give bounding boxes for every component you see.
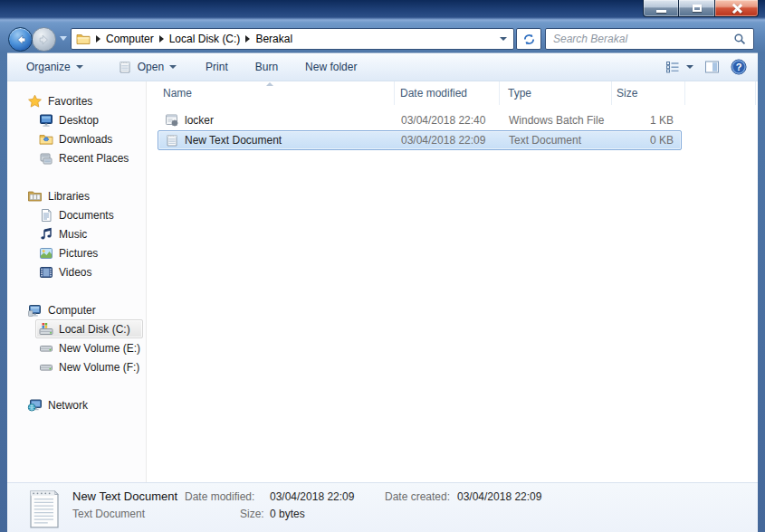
breadcrumb-item-computer[interactable]: Computer [106,33,154,45]
command-toolbar: Organize Open Print Burn New folder [7,52,758,81]
details-date-modified-value: 03/04/2018 22:09 [270,490,354,503]
address-dropdown-button[interactable] [493,37,513,41]
libraries-icon [27,189,43,204]
music-icon [38,227,53,242]
file-rows: locker 03/04/2018 22:40 Windows Batch Fi… [147,110,758,150]
sidebar-item-downloads[interactable]: Downloads [7,129,146,148]
details-size-value: 0 bytes [270,508,305,520]
file-type: Text Document [509,131,581,150]
sidebar-item-network[interactable]: Network [7,395,146,414]
refresh-icon [522,33,536,46]
preview-pane-icon [704,60,720,74]
pictures-icon [38,246,53,261]
change-view-button[interactable] [665,60,693,74]
preview-pane-button[interactable] [704,60,720,74]
sidebar-item-computer[interactable]: Computer [7,300,146,319]
chevron-down-icon [500,37,507,41]
minimize-icon [656,10,666,13]
sidebar-item-label: Videos [59,266,91,279]
close-button[interactable] [715,0,759,17]
chevron-down-icon [169,65,177,69]
desktop-icon [38,113,53,128]
search-input[interactable] [546,30,733,48]
table-row-locker[interactable]: locker 03/04/2018 22:40 Windows Batch Fi… [158,110,682,130]
sidebar-item-desktop[interactable]: Desktop [7,110,146,129]
computer-icon [27,303,43,318]
text-document-large-icon [27,488,62,531]
sidebar-item-recent-places[interactable]: Recent Places [7,148,146,167]
sidebar-item-label: New Volume (F:) [59,361,139,374]
column-header-type[interactable]: Type [500,81,612,105]
breadcrumb-item-local-disk-c[interactable]: Local Disk (C:) [169,33,241,45]
search-box [545,28,754,50]
chevron-down-icon [76,65,83,69]
column-header-blank [685,81,756,105]
details-pane: New Text Document Text Document Date mod… [7,482,758,532]
sidebar-item-libraries[interactable]: Libraries [7,186,146,205]
open-label: Open [138,61,164,73]
sidebar-item-music[interactable]: Music [7,224,146,243]
sidebar-item-favorites[interactable]: Favorites [7,91,146,110]
burn-label: Burn [255,61,278,73]
breadcrumb-item-berakal[interactable]: Berakal [255,33,292,45]
caption-buttons [643,0,759,17]
table-row-new-text-document[interactable]: New Text Document 03/04/2018 22:09 Text … [158,130,682,150]
open-button[interactable]: Open [108,56,186,78]
sidebar-item-label: Pictures [59,247,98,260]
details-file-type: Text Document [72,508,145,520]
details-date-created-label: Date created: [385,490,450,503]
maximize-icon [693,5,702,12]
sidebar-item-videos[interactable]: Videos [7,262,146,281]
sidebar-item-label: Downloads [59,133,112,146]
column-header-name[interactable]: Name [147,81,395,105]
local-disk-icon [38,322,53,337]
sidebar-item-new-volume-f[interactable]: New Volume (F:) [7,357,146,376]
downloads-icon [38,132,53,147]
sidebar-item-new-volume-e[interactable]: New Volume (E:) [7,338,146,357]
sidebar-section-computer: Computer Local Disk (C:) New Volume (E:)… [7,300,146,376]
address-bar[interactable]: Computer Local Disk (C:) Berakal [71,28,514,50]
column-header-size[interactable]: Size [612,81,685,105]
text-document-icon [165,133,179,147]
navigation-pane: Favorites Desktop Downloads Recent Place… [7,81,147,482]
sidebar-item-label: Music [59,228,87,241]
print-button[interactable]: Print [196,56,238,78]
file-size: 1 KB [650,111,674,130]
sidebar-item-label: Documents [59,209,114,222]
close-icon [732,3,742,14]
column-header-date-modified[interactable]: Date modified [395,81,500,105]
organize-label: Organize [26,61,71,73]
help-button[interactable] [731,59,747,75]
videos-icon [38,265,53,280]
magnifier-icon [733,33,747,46]
breadcrumb-separator-icon [96,35,100,43]
back-button[interactable] [8,27,33,52]
sidebar-section-network: Network [7,395,146,414]
sidebar-item-pictures[interactable]: Pictures [7,243,146,262]
file-name: New Text Document [185,131,282,150]
details-size-label: Size: [240,508,264,520]
refresh-button[interactable] [516,28,541,50]
sidebar-section-libraries: Libraries Documents Music Pictures Video… [7,186,146,281]
file-size: 0 KB [650,131,674,150]
minimize-button[interactable] [643,0,679,17]
details-file-name: New Text Document [72,489,177,503]
sidebar-item-local-disk-c[interactable]: Local Disk (C:) [35,319,143,338]
drive-icon [38,341,53,356]
network-icon [27,398,43,413]
forward-button[interactable] [32,27,56,52]
sidebar-section-favorites: Favorites Desktop Downloads Recent Place… [7,91,146,167]
recent-places-icon [38,151,53,166]
file-date-modified: 03/04/2018 22:09 [401,131,485,150]
maximize-button[interactable] [679,0,715,17]
new-folder-button[interactable]: New folder [295,56,367,78]
burn-button[interactable]: Burn [245,56,288,78]
column-headers: Name Date modified Type Size [147,81,758,105]
sidebar-item-documents[interactable]: Documents [7,205,146,224]
organize-button[interactable]: Organize [16,56,93,78]
file-name: locker [185,111,214,130]
sidebar-item-label: Desktop [59,114,99,127]
main-content: Favorites Desktop Downloads Recent Place… [7,81,758,482]
history-dropdown-chevron-icon[interactable] [60,36,67,41]
breadcrumb-separator-icon [159,35,164,43]
